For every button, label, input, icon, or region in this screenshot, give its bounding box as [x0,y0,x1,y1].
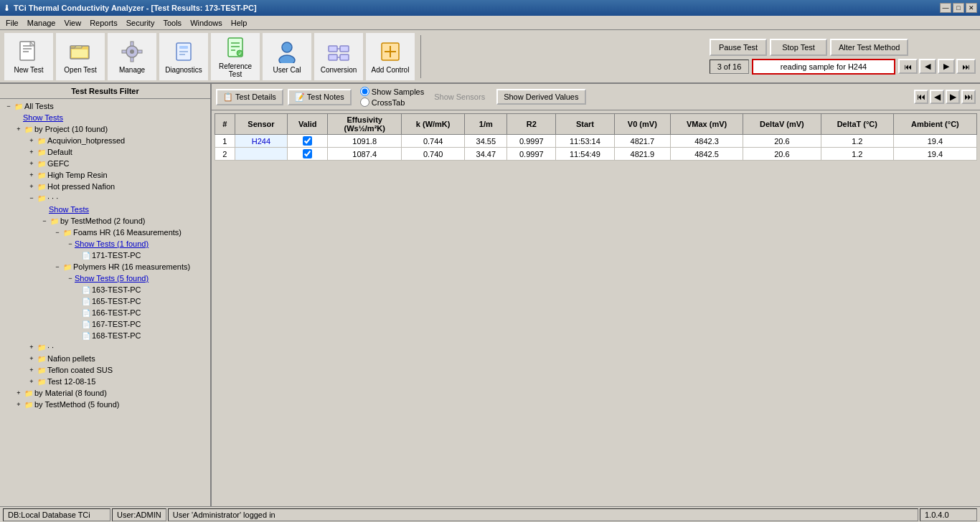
sidebar-item-test-167[interactable]: 📄 167-TEST-PC [0,318,210,330]
sidebar-item-gefc[interactable]: + 📁 GEFC [0,158,210,169]
show-tests-4-label[interactable]: Show Tests (5 found) [75,274,149,283]
sidebar-item-nafion-pellets[interactable]: + 📁 Nafion pellets [0,353,210,364]
show-tests-3-label[interactable]: Show Tests (1 found) [75,239,149,248]
sidebar-item-polymers-hr[interactable]: − 📁 Polymers HR (16 measurements) [0,261,210,272]
maximize-button[interactable]: □ [953,3,964,13]
diagnostics-button[interactable]: Diagnostics [159,33,208,80]
conversion-button[interactable]: Conversion [314,33,363,80]
minimize-button[interactable]: — [940,3,951,13]
hot-pressed-nafion-label: Hot pressed Nafion [47,182,115,191]
nav-next-button[interactable]: ▶ [938,59,955,74]
expand-foams-hr-icon[interactable]: − [53,229,62,236]
nav-first-button[interactable]: ⏮ [898,59,918,74]
show-tests-2-label[interactable]: Show Tests [49,205,89,214]
svg-rect-12 [138,50,142,53]
title-bar-controls[interactable]: — □ ✕ [940,3,977,13]
menu-file[interactable]: File [1,17,23,29]
menu-windows[interactable]: Windows [186,17,227,29]
new-test-button[interactable]: New Test [4,33,53,80]
table-nav-next-button[interactable]: ▶ [946,90,960,104]
test-notes-button[interactable]: 📝 Test Notes [288,89,352,105]
menu-tools[interactable]: Tools [159,17,186,29]
manage-button[interactable]: Manage [108,33,156,80]
expand-show-tests-4-icon[interactable]: − [66,275,75,282]
menu-manage[interactable]: Manage [23,17,60,29]
show-samples-radio[interactable] [360,87,369,96]
foams-hr-label: Foams HR (16 Measurements) [73,228,182,237]
test-details-button[interactable]: 📋 Test Details [216,89,283,105]
sidebar-item-by-testmethod[interactable]: − 📁 by TestMethod (2 found) [0,215,210,227]
sidebar-item-test-168[interactable]: 📄 168-TEST-PC [0,330,210,341]
expand-high-temp-resin-icon[interactable]: + [27,171,36,179]
show-samples-row[interactable]: Show Samples [360,87,424,96]
menu-help[interactable]: Help [227,17,252,29]
sidebar-item-acquivion[interactable]: + 📁 Acquivion_hotpressed [0,135,210,146]
sidebar-item-foams-hr[interactable]: − 📁 Foams HR (16 Measurements) [0,227,210,238]
add-control-button[interactable]: Add Control [366,33,415,80]
expand-by-project-icon[interactable]: + [14,125,23,133]
pause-test-button[interactable]: Pause Test [710,39,767,56]
sidebar-item-show-tests-2[interactable]: Show Tests [0,204,210,215]
show-derived-values-button[interactable]: Show Derived Values [496,89,585,105]
expand-acquivion-icon[interactable]: + [27,137,36,144]
cross-tab-row[interactable]: CrossTab [360,98,424,107]
table-nav-first-button[interactable]: ⏮ [914,90,928,104]
sidebar-tree[interactable]: − 📁 All Tests Show Tests + 📁 by Project … [0,99,210,506]
table-nav-last-button[interactable]: ⏭ [961,90,976,104]
sidebar-item-show-tests-1[interactable]: Show Tests [0,112,210,123]
expand-hot-pressed-nafion-icon[interactable]: + [27,183,36,190]
sidebar-item-by-project[interactable]: + 📁 by Project (10 found) [0,123,210,135]
col-valid: Valid [288,114,328,135]
expand-show-tests-3-icon[interactable]: − [66,240,75,247]
sidebar-item-test-166[interactable]: 📄 166-TEST-PC [0,307,210,318]
expand-default-icon[interactable]: + [27,148,36,156]
table-nav-prev-button[interactable]: ◀ [930,90,944,104]
sidebar-item-default[interactable]: + 📁 Default [0,146,210,158]
sidebar-item-test-165[interactable]: 📄 165-TEST-PC [0,295,210,307]
expand-by-testmethod-icon[interactable]: − [40,217,49,224]
sidebar-item-group1[interactable]: − 📁 · · · [0,192,210,204]
sidebar-item-test-163[interactable]: 📄 163-TEST-PC [0,284,210,295]
svg-rect-9 [131,42,133,46]
alter-test-method-button[interactable]: Alter Test Method [830,39,908,56]
row1-v0: 4821.7 [614,135,671,148]
sidebar-item-show-tests-3[interactable]: − Show Tests (1 found) [0,238,210,250]
cross-tab-radio[interactable] [360,98,369,107]
expand-gefc-icon[interactable]: + [27,160,36,167]
reference-test-button[interactable]: ✓ Reference Test [211,33,260,80]
menu-view[interactable]: View [60,17,86,29]
row1-valid-checkbox[interactable] [303,136,312,146]
expand-nafion-pellets-icon[interactable]: + [27,355,36,362]
expand-test-12-08-15-icon[interactable]: + [27,378,36,385]
expand-teflon-sus-icon[interactable]: + [27,366,36,374]
expand-group2-icon[interactable]: + [27,343,36,351]
sidebar-item-group2[interactable]: + 📁 · · [0,341,210,353]
close-button[interactable]: ✕ [966,3,977,13]
sidebar-item-by-testmethod2[interactable]: + 📁 by TestMethod (5 found) [0,399,210,410]
menu-security[interactable]: Security [122,17,159,29]
show-tests-1-label[interactable]: Show Tests [23,113,63,122]
sidebar-item-hot-pressed-nafion[interactable]: + 📁 Hot pressed Nafion [0,181,210,192]
expand-all-tests-icon[interactable]: − [4,103,13,110]
open-test-button[interactable]: Open Test [56,33,105,80]
expand-by-testmethod2-icon[interactable]: + [14,401,23,408]
user-cal-button[interactable]: User Cal [263,33,311,80]
menu-reports[interactable]: Reports [85,17,122,29]
nav-prev-button[interactable]: ◀ [919,59,936,74]
expand-group1-icon[interactable]: − [27,194,36,201]
sidebar-item-show-tests-4[interactable]: − Show Tests (5 found) [0,272,210,284]
row2-valid-checkbox[interactable] [303,149,312,158]
sidebar-item-high-temp-resin[interactable]: + 📁 High Temp Resin [0,169,210,181]
nav-last-button[interactable]: ⏭ [956,59,976,74]
sidebar-item-by-material[interactable]: + 📁 by Material (8 found) [0,387,210,399]
sidebar-item-test-171[interactable]: 📄 171-TEST-PC [0,250,210,261]
reference-test-label: Reference Test [213,62,258,78]
sidebar-item-teflon-sus[interactable]: + 📁 Teflon coated SUS [0,364,210,376]
expand-by-material-icon[interactable]: + [14,389,23,397]
sidebar-item-test-12-08-15[interactable]: + 📁 Test 12-08-15 [0,376,210,387]
sidebar-item-all-tests[interactable]: − 📁 All Tests [0,100,210,112]
stop-test-button[interactable]: Stop Test [770,39,827,56]
expand-polymers-hr-icon[interactable]: − [53,263,62,270]
folder-by-testmethod2-icon: 📁 [24,401,33,409]
row1-r2: 0.9997 [507,135,556,148]
